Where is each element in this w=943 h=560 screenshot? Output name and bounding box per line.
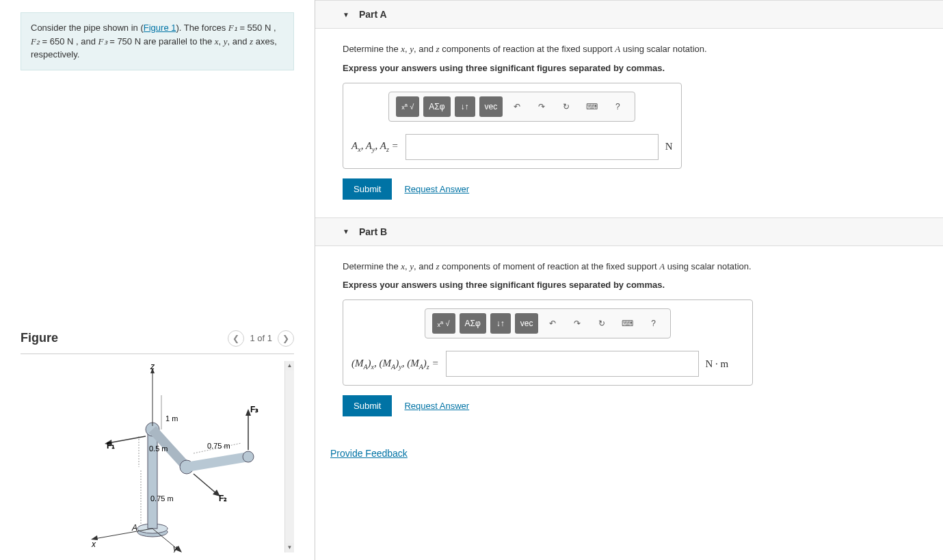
problem-statement: Consider the pipe shown in (Figure 1). T…: [21, 12, 294, 70]
part-a-body: Determine the x, y, and z components of …: [315, 29, 943, 217]
right-panel: ▼ Part A Determine the x, y, and z compo…: [315, 0, 943, 560]
figure-link[interactable]: Figure 1: [144, 23, 176, 33]
svg-text:y: y: [172, 544, 178, 552]
part-b-title: Part B: [359, 226, 387, 237]
undo-button[interactable]: ↶: [542, 313, 563, 334]
part-b-request-link[interactable]: Request Answer: [404, 401, 469, 411]
part-b-header[interactable]: ▼ Part B: [315, 217, 943, 246]
template-button[interactable]: xa √: [432, 313, 455, 334]
svg-text:0.75 m: 0.75 m: [150, 494, 174, 503]
provide-feedback-link[interactable]: Provide Feedback: [315, 434, 423, 472]
redo-button[interactable]: ↷: [531, 96, 552, 117]
part-b-instruct: Express your answers using three signifi…: [343, 280, 916, 290]
figure-section: Figure ❮ 1 of 1 ❯: [21, 330, 294, 559]
keyboard-button[interactable]: ⌨: [581, 96, 603, 117]
part-a-prompt: Determine the x, y, and z components of …: [343, 42, 916, 56]
greek-button[interactable]: ΑΣφ: [423, 96, 450, 117]
svg-text:F₃: F₃: [250, 405, 258, 414]
text: Consider the pipe shown in (: [31, 23, 144, 33]
part-b-unit: N · m: [706, 358, 729, 370]
greek-button[interactable]: ΑΣφ: [460, 313, 486, 334]
part-a-instruct: Express your answers using three signifi…: [343, 63, 916, 73]
svg-line-7: [187, 457, 248, 467]
formula-toolbar: xa √ ΑΣφ ↓↑ vec ↶ ↷ ↻ ⌨ ?: [388, 92, 635, 122]
figure-image: z x y A F₁ F₂ F₃ 1 m 0.5 m 0.75 m 0.75 m: [21, 361, 284, 552]
svg-text:0.5 m: 0.5 m: [149, 444, 168, 453]
part-a-unit: N: [665, 141, 673, 152]
figure-prev-button[interactable]: ❮: [228, 330, 244, 347]
svg-text:0.75 m: 0.75 m: [207, 442, 230, 450]
keyboard-button[interactable]: ⌨: [616, 313, 639, 334]
part-a-title: Part A: [359, 9, 387, 20]
vector-button[interactable]: vec: [515, 313, 539, 334]
scroll-down-icon[interactable]: ▼: [285, 543, 294, 552]
part-b-body: Determine the x, y, and z components of …: [315, 246, 943, 435]
part-a-input[interactable]: [406, 134, 659, 160]
part-b-input[interactable]: [446, 351, 699, 377]
svg-point-8: [243, 451, 254, 462]
redo-button[interactable]: ↷: [567, 313, 587, 334]
undo-button[interactable]: ↶: [507, 96, 527, 117]
part-a-vars: Ax, Ay, Az =: [351, 140, 399, 153]
part-a-submit-button[interactable]: Submit: [343, 178, 392, 200]
svg-line-17: [194, 474, 217, 494]
scroll-up-icon[interactable]: ▲: [285, 361, 294, 371]
part-a-header[interactable]: ▼ Part A: [315, 0, 943, 29]
svg-text:1 m: 1 m: [165, 414, 178, 423]
svg-text:x: x: [91, 539, 96, 549]
template-button[interactable]: xa √: [396, 96, 419, 117]
subscript-button[interactable]: ↓↑: [490, 313, 511, 334]
figure-title: Figure: [21, 331, 58, 345]
subscript-button[interactable]: ↓↑: [455, 96, 475, 117]
part-b-prompt: Determine the x, y, and z components of …: [343, 260, 916, 274]
figure-nav: ❮ 1 of 1 ❯: [228, 330, 294, 347]
figure-counter: 1 of 1: [250, 333, 272, 343]
figure-next-button[interactable]: ❯: [278, 330, 294, 347]
part-a-answer-box: xa √ ΑΣφ ↓↑ vec ↶ ↷ ↻ ⌨ ? Ax, Ay, Az = N: [343, 83, 682, 169]
formula-toolbar: xa √ ΑΣφ ↓↑ vec ↶ ↷ ↻ ⌨ ?: [425, 308, 672, 338]
figure-scrollbar[interactable]: ▲ ▼: [284, 361, 294, 552]
help-button[interactable]: ?: [607, 96, 628, 117]
collapse-icon: ▼: [343, 228, 349, 235]
svg-text:A: A: [131, 523, 137, 533]
svg-text:F₁: F₁: [107, 441, 115, 451]
svg-text:z: z: [150, 362, 155, 371]
help-button[interactable]: ?: [643, 313, 663, 334]
part-a-request-link[interactable]: Request Answer: [404, 184, 469, 194]
part-b-vars: (MA)x, (MA)y, (MA)z =: [351, 358, 439, 371]
vector-button[interactable]: vec: [479, 96, 503, 117]
collapse-icon: ▼: [343, 11, 349, 18]
reset-button[interactable]: ↻: [592, 313, 612, 334]
svg-text:F₂: F₂: [219, 494, 227, 503]
reset-button[interactable]: ↻: [556, 96, 576, 117]
part-b-submit-button[interactable]: Submit: [343, 395, 392, 416]
left-panel: Consider the pipe shown in (Figure 1). T…: [0, 0, 315, 560]
part-b-answer-box: xa √ ΑΣφ ↓↑ vec ↶ ↷ ↻ ⌨ ? (MA)x, (MA)y, …: [343, 299, 753, 386]
